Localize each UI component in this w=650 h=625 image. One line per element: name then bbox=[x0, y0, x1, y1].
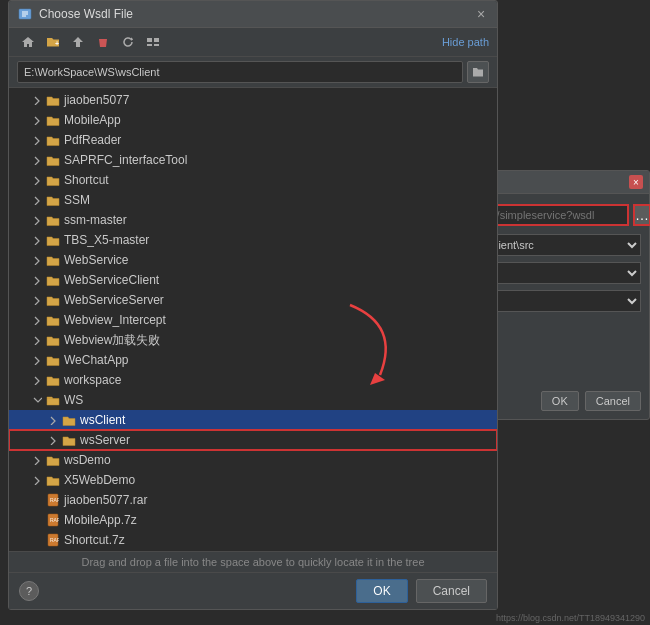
tree-toggle-MobileApp7z bbox=[29, 512, 45, 528]
svg-text:+: + bbox=[55, 40, 59, 47]
wsdl-input[interactable] bbox=[479, 204, 629, 226]
tree-icon-wsServer bbox=[61, 432, 77, 448]
svg-rect-5 bbox=[154, 44, 159, 46]
path-browse-button[interactable] bbox=[467, 61, 489, 83]
tree-icon-Webview_Intercept bbox=[45, 312, 61, 328]
tree-item-WeChatApp[interactable]: WeChatApp bbox=[9, 350, 497, 370]
tree-label-Shortcut: Shortcut bbox=[64, 173, 109, 187]
empty-select-1[interactable] bbox=[479, 262, 641, 284]
tree-item-Webview加载失败[interactable]: Webview加载失败 bbox=[9, 330, 497, 350]
tree-label-WebService: WebService bbox=[64, 253, 128, 267]
tree-icon-Shortcut7z: RAR bbox=[45, 532, 61, 548]
bg-cancel-button[interactable]: Cancel bbox=[585, 391, 641, 411]
path-input[interactable] bbox=[17, 61, 463, 83]
tree-toggle-Webview加载失败 bbox=[29, 332, 45, 348]
dialog-footer: ? OK Cancel bbox=[9, 572, 497, 609]
tree-toggle-X5WebDemo bbox=[29, 472, 45, 488]
tree-icon-SAPRFC_interfaceTool bbox=[45, 152, 61, 168]
svg-rect-2 bbox=[147, 38, 152, 42]
empty-select-2[interactable] bbox=[479, 290, 641, 312]
tree-item-ssm-master[interactable]: ssm-master bbox=[9, 210, 497, 230]
tree-icon-PdfReader bbox=[45, 132, 61, 148]
tree-label-Shortcut7z: Shortcut.7z bbox=[64, 533, 125, 547]
tree-label-MobileApp7z: MobileApp.7z bbox=[64, 513, 137, 527]
ok-button[interactable]: OK bbox=[356, 579, 407, 603]
help-button[interactable]: ? bbox=[19, 581, 39, 601]
tree-item-Webview_Intercept[interactable]: Webview_Intercept bbox=[9, 310, 497, 330]
tree-item-SSM[interactable]: SSM bbox=[9, 190, 497, 210]
tree-item-TBS_X5-master[interactable]: TBS_X5-master bbox=[9, 230, 497, 250]
tree-label-SAPRFC_interfaceTool: SAPRFC_interfaceTool bbox=[64, 153, 187, 167]
tree-item-wsClient[interactable]: wsClient bbox=[9, 410, 497, 430]
tree-item-WebServiceServer[interactable]: WebServiceServer bbox=[9, 290, 497, 310]
tree-icon-X5WebDemo bbox=[45, 472, 61, 488]
svg-rect-4 bbox=[147, 44, 152, 46]
tree-label-SSM: SSM bbox=[64, 193, 90, 207]
tree-item-jiaoben5077[interactable]: jiaoben5077 bbox=[9, 90, 497, 110]
path-bar bbox=[9, 57, 497, 88]
footer-buttons: OK Cancel bbox=[356, 579, 487, 603]
bg-ok-button[interactable]: OK bbox=[541, 391, 579, 411]
file-tree[interactable]: jiaoben5077MobileAppPdfReaderSAPRFC_inte… bbox=[9, 88, 497, 551]
tree-item-MobileApp[interactable]: MobileApp bbox=[9, 110, 497, 130]
tree-label-WS: WS bbox=[64, 393, 83, 407]
tree-toggle-wsServer bbox=[45, 432, 61, 448]
tree-toggle-WeChatApp bbox=[29, 352, 45, 368]
tree-item-SAPRFC_interfaceTool[interactable]: SAPRFC_interfaceTool bbox=[9, 150, 497, 170]
tree-toggle-jiaoben5077 bbox=[29, 92, 45, 108]
tree-item-PdfReader[interactable]: PdfReader bbox=[9, 130, 497, 150]
tree-icon-WeChatApp bbox=[45, 352, 61, 368]
wsdl-browse-button[interactable]: … bbox=[633, 204, 650, 226]
tree-toggle-wsClient bbox=[45, 412, 61, 428]
tree-item-workspace[interactable]: workspace bbox=[9, 370, 497, 390]
tree-item-X5WebDemo[interactable]: X5WebDemo bbox=[9, 470, 497, 490]
watermark: https://blog.csdn.net/TT18949341290 bbox=[496, 613, 645, 623]
tree-icon-jiaoben5077rar: RAR bbox=[45, 492, 61, 508]
up-button[interactable] bbox=[67, 32, 89, 52]
new-folder-button[interactable]: + bbox=[42, 32, 64, 52]
svg-text:RAR: RAR bbox=[50, 497, 59, 503]
tree-item-Shortcut7z[interactable]: RARShortcut.7z bbox=[9, 530, 497, 550]
dialog-close-button[interactable]: × bbox=[473, 6, 489, 22]
tree-icon-jiaoben5077 bbox=[45, 92, 61, 108]
tree-item-MobileApp7z[interactable]: RARMobileApp.7z bbox=[9, 510, 497, 530]
delete-button[interactable] bbox=[92, 32, 114, 52]
toolbar-buttons: + bbox=[17, 32, 164, 52]
tree-label-jiaoben5077: jiaoben5077 bbox=[64, 93, 129, 107]
src-select[interactable]: Client\src bbox=[479, 234, 641, 256]
tree-item-wsServer[interactable]: wsServer bbox=[9, 430, 497, 450]
tree-icon-SSM bbox=[45, 192, 61, 208]
tree-label-WebServiceClient: WebServiceClient bbox=[64, 273, 159, 287]
tree-label-Webview加载失败: Webview加载失败 bbox=[64, 332, 160, 349]
tree-item-WS[interactable]: WS bbox=[9, 390, 497, 410]
tree-icon-ssm-master bbox=[45, 212, 61, 228]
cancel-button[interactable]: Cancel bbox=[416, 579, 487, 603]
tree-item-wsDemo[interactable]: wsDemo bbox=[9, 450, 497, 470]
tree-toggle-Webview_Intercept bbox=[29, 312, 45, 328]
tree-toggle-WS bbox=[29, 392, 45, 408]
tree-toggle-WebService bbox=[29, 252, 45, 268]
tree-icon-WebServiceClient bbox=[45, 272, 61, 288]
tree-item-WebService[interactable]: WebService bbox=[9, 250, 497, 270]
tree-toggle-WebServiceServer bbox=[29, 292, 45, 308]
home-button[interactable] bbox=[17, 32, 39, 52]
tree-label-PdfReader: PdfReader bbox=[64, 133, 121, 147]
tree-toggle-SSM bbox=[29, 192, 45, 208]
hide-path-link[interactable]: Hide path bbox=[442, 36, 489, 48]
tree-label-wsDemo: wsDemo bbox=[64, 453, 111, 467]
tree-item-Shortcut[interactable]: Shortcut bbox=[9, 170, 497, 190]
tree-icon-WebServiceServer bbox=[45, 292, 61, 308]
bg-dialog-close-button[interactable]: × bbox=[629, 175, 643, 189]
tree-label-workspace: workspace bbox=[64, 373, 121, 387]
tree-label-MobileApp: MobileApp bbox=[64, 113, 121, 127]
tree-item-WebServiceClient[interactable]: WebServiceClient bbox=[9, 270, 497, 290]
toolbar: + Hide path bbox=[9, 28, 497, 57]
tree-label-TBS_X5-master: TBS_X5-master bbox=[64, 233, 149, 247]
tree-toggle-MobileApp bbox=[29, 112, 45, 128]
tree-item-jiaoben5077rar[interactable]: RARjiaoben5077.rar bbox=[9, 490, 497, 510]
tree-icon-MobileApp bbox=[45, 112, 61, 128]
bg-dialog-footer: OK Cancel bbox=[541, 391, 641, 411]
view-button[interactable] bbox=[142, 32, 164, 52]
refresh-button[interactable] bbox=[117, 32, 139, 52]
tree-toggle-Shortcut7z bbox=[29, 532, 45, 548]
